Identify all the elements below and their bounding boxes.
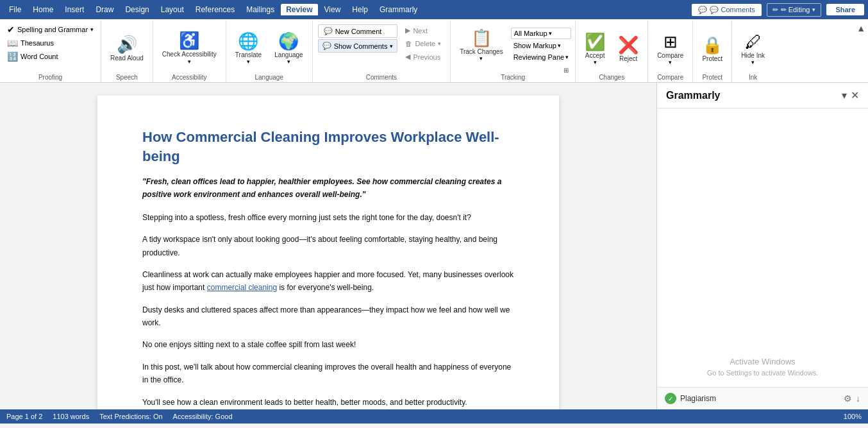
translate-icon: 🌐 bbox=[238, 31, 258, 51]
menu-insert[interactable]: Insert bbox=[60, 4, 89, 15]
ribbon-group-proofing: ✔ Spelling and Grammar ▾ 📖 Thesaurus 🔢 W… bbox=[0, 21, 101, 82]
reviewing-pane-button[interactable]: Reviewing Pane ▾ bbox=[511, 52, 572, 62]
menu-design[interactable]: Design bbox=[120, 4, 154, 15]
plagiarism-button[interactable]: ✓ Plagiarism bbox=[665, 393, 716, 404]
ribbon-group-protect: 🔒 Protect Protect bbox=[693, 21, 732, 82]
activate-windows-text: Activate Windows bbox=[667, 357, 858, 366]
status-bar: Page 1 of 2 1103 words Text Predictions:… bbox=[0, 409, 868, 424]
plagiarism-label: Plagiarism bbox=[680, 394, 716, 403]
ribbon-collapse-button[interactable]: ▲ bbox=[856, 23, 865, 33]
delete-comment-button[interactable]: 🗑 Delete ▾ bbox=[401, 38, 445, 49]
menu-mailings[interactable]: Mailings bbox=[241, 4, 280, 15]
show-comments-icon: 💬 bbox=[322, 42, 331, 50]
show-markup-button[interactable]: Show Markup ▾ bbox=[511, 40, 572, 51]
tracking-expand-icon[interactable]: ⊞ bbox=[563, 67, 569, 74]
menu-file[interactable]: File bbox=[4, 4, 26, 15]
grammarly-settings-button[interactable]: ⚙ bbox=[844, 393, 852, 404]
show-comments-button[interactable]: 💬 Show Comments ▾ bbox=[318, 39, 398, 53]
all-markup-dropdown-icon: ▾ bbox=[549, 30, 552, 37]
ribbon-group-tracking: 📋 Track Changes ▾ All Markup ▾ Show Mark… bbox=[451, 21, 576, 82]
compare-dropdown-icon: ▾ bbox=[669, 59, 672, 65]
track-changes-icon: 📋 bbox=[471, 28, 492, 48]
ink-icon: 🖊 bbox=[745, 32, 762, 52]
translate-dropdown-icon: ▾ bbox=[247, 58, 250, 65]
comments-icon: 💬 bbox=[698, 6, 707, 14]
wordcount-icon: 🔢 bbox=[7, 51, 18, 62]
grammarly-download-button[interactable]: ↓ bbox=[856, 393, 860, 404]
ribbon-group-compare: ⊞ Compare ▾ Compare bbox=[648, 21, 693, 82]
menu-draw[interactable]: Draw bbox=[90, 4, 119, 15]
dropdown-icon: ▾ bbox=[90, 26, 94, 33]
all-markup-select[interactable]: All Markup ▾ bbox=[511, 28, 572, 39]
accept-dropdown-icon: ▾ bbox=[594, 59, 597, 65]
previous-icon: ◀ bbox=[405, 53, 410, 61]
grammarly-footer: ✓ Plagiarism ⚙ ↓ bbox=[657, 387, 868, 409]
track-changes-button[interactable]: 📋 Track Changes ▾ bbox=[455, 23, 508, 67]
accept-button[interactable]: ✅ Accept ▾ bbox=[580, 27, 610, 71]
ribbon-group-comments: 💬 New Comment 💬 Show Comments ▾ ▶ Next bbox=[313, 21, 451, 82]
document-para-6: In this post, we'll talk about how comme… bbox=[142, 361, 514, 387]
protect-group-label: Protect bbox=[702, 74, 722, 81]
check-accessibility-button[interactable]: ♿ Check Accessibility ▾ bbox=[157, 23, 222, 73]
comments-label: 💬 Comments bbox=[710, 6, 755, 14]
spelling-grammar-button[interactable]: ✔ Spelling and Grammar ▾ bbox=[4, 23, 97, 36]
thesaurus-button[interactable]: 📖 Thesaurus bbox=[4, 37, 97, 49]
comments-button[interactable]: 💬 💬 Comments bbox=[692, 4, 761, 16]
show-markup-dropdown-icon: ▾ bbox=[558, 42, 561, 49]
compare-button[interactable]: ⊞ Compare ▾ bbox=[652, 23, 689, 74]
word-count-button[interactable]: 🔢 Word Count bbox=[4, 50, 97, 63]
protect-icon: 🔒 bbox=[702, 35, 722, 55]
editing-button[interactable]: ✏ ✏ Editing ▾ bbox=[767, 3, 822, 17]
document-para-2: A tidy workspace isn't only about lookin… bbox=[142, 233, 514, 259]
tracking-group-label: Tracking bbox=[455, 74, 571, 81]
document-area: How Commercial Cleaning Improves Workpla… bbox=[0, 83, 656, 409]
grammarly-minimize-button[interactable]: ▾ bbox=[842, 89, 847, 101]
grammarly-close-button[interactable]: ✕ bbox=[851, 89, 859, 101]
ink-group-label: Ink bbox=[749, 74, 757, 81]
translate-button[interactable]: 🌐 Translate ▾ bbox=[230, 29, 267, 67]
editing-label: ✏ Editing bbox=[781, 6, 810, 14]
ink-dropdown-icon: ▾ bbox=[751, 59, 755, 65]
read-aloud-button[interactable]: 🔊 Read Aloud bbox=[105, 23, 149, 73]
grammarly-panel: Grammarly ▾ ✕ Activate Windows Go to Set… bbox=[656, 83, 868, 409]
menu-view[interactable]: View bbox=[319, 4, 346, 15]
ribbon-group-changes: ✅ Accept ▾ ❌ Reject Changes bbox=[576, 21, 648, 82]
chevron-down-icon: ▾ bbox=[812, 6, 815, 13]
commercial-cleaning-link[interactable]: commercial cleaning bbox=[207, 283, 277, 292]
page-info: Page 1 of 2 bbox=[6, 413, 42, 420]
grammarly-header: Grammarly ▾ ✕ bbox=[657, 83, 868, 108]
changes-group-label: Changes bbox=[580, 74, 644, 81]
language-icon: 🌍 bbox=[278, 31, 299, 51]
reviewing-pane-dropdown-icon: ▾ bbox=[565, 54, 569, 60]
document-subtitle: "Fresh, clean offices lead to happier, h… bbox=[142, 176, 514, 200]
menu-layout[interactable]: Layout bbox=[156, 4, 189, 15]
hide-ink-button[interactable]: 🖊 Hide Ink ▾ bbox=[736, 23, 770, 74]
menu-home[interactable]: Home bbox=[28, 4, 58, 15]
previous-comment-button[interactable]: ◀ Previous bbox=[401, 51, 445, 63]
track-dropdown-icon: ▾ bbox=[480, 55, 483, 62]
document-para-3: Cleanliness at work can actually make em… bbox=[142, 268, 514, 295]
document-para-7: You'll see how a clean environment leads… bbox=[142, 396, 514, 409]
plagiarism-check-icon: ✓ bbox=[665, 393, 676, 404]
speaker-icon: 🔊 bbox=[117, 35, 137, 55]
language-button[interactable]: 🌍 Language ▾ bbox=[269, 29, 308, 67]
menu-help[interactable]: Help bbox=[347, 4, 373, 15]
text-predictions-status: Text Predictions: On bbox=[99, 413, 162, 420]
reject-button[interactable]: ❌ Reject bbox=[613, 27, 644, 71]
speech-group-label: Speech bbox=[116, 73, 138, 81]
document-para-5: No one enjoys sitting next to a stale co… bbox=[142, 338, 514, 351]
accessibility-status: Accessibility: Good bbox=[173, 413, 233, 420]
compare-icon: ⊞ bbox=[664, 32, 678, 52]
pencil-icon: ✏ bbox=[772, 6, 778, 14]
next-comment-button[interactable]: ▶ Next bbox=[401, 24, 445, 37]
document-title: How Commercial Cleaning Improves Workpla… bbox=[142, 128, 514, 166]
menu-grammarly[interactable]: Grammarly bbox=[374, 4, 422, 15]
accessibility-icon: ♿ bbox=[179, 31, 199, 51]
delete-icon: 🗑 bbox=[405, 40, 412, 47]
menu-references[interactable]: References bbox=[190, 4, 240, 15]
protect-button[interactable]: 🔒 Protect bbox=[697, 23, 728, 74]
ribbon-group-speech: 🔊 Read Aloud Speech bbox=[101, 21, 153, 82]
menu-review[interactable]: Review bbox=[281, 4, 317, 15]
share-button[interactable]: Share bbox=[826, 4, 864, 15]
new-comment-button[interactable]: 💬 New Comment bbox=[318, 24, 398, 38]
